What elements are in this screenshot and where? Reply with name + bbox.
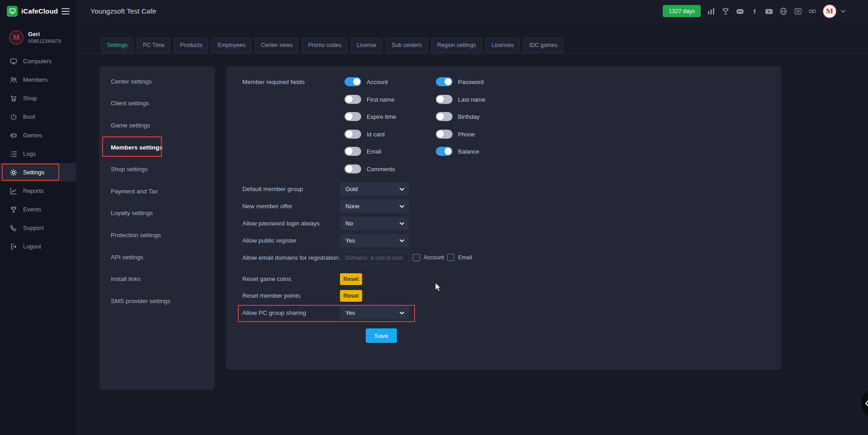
sidebar-item-logout[interactable]: Logout	[0, 237, 76, 256]
id-card-toggle[interactable]	[344, 130, 361, 139]
toggle-row-password: Password	[436, 77, 484, 86]
form-row-new-member-offer: New member offer None	[226, 200, 781, 213]
email-checkbox[interactable]	[447, 254, 454, 261]
form-row-default-member-group: Default member group Gold	[226, 182, 781, 196]
toggle-knob	[353, 78, 360, 85]
form-row-email-domains: Allow email domains for registration Acc…	[226, 251, 781, 265]
nav-item-sms-provider-settings[interactable]: SMS provider settings	[99, 290, 215, 312]
nav-item-install-links[interactable]: Install links	[99, 268, 215, 290]
default-member-group-select[interactable]: Gold	[340, 182, 409, 196]
new-member-offer-select[interactable]: None	[340, 200, 409, 213]
last-name-toggle[interactable]	[436, 95, 453, 104]
first-name-toggle[interactable]	[344, 95, 361, 104]
field-label: Default member group	[242, 186, 303, 192]
nav-item-client-settings[interactable]: Client settings	[99, 93, 215, 115]
toggle-label: Password	[458, 79, 484, 85]
topbar-right: 1327 days f M	[663, 4, 868, 19]
user-avatar[interactable]: M	[822, 4, 837, 19]
account-checkbox[interactable]	[413, 254, 420, 261]
sidebar-item-settings[interactable]: Settings	[0, 163, 76, 182]
tab-products[interactable]: Products	[174, 37, 208, 53]
sidebar-item-logs[interactable]: Logs	[0, 145, 76, 163]
field-label: Allow password login always	[242, 220, 320, 227]
youtube-icon[interactable]	[764, 7, 773, 15]
toggle-label: Expire time	[367, 113, 396, 120]
toggle-label: First name	[367, 96, 394, 103]
trophy-icon[interactable]	[721, 7, 730, 15]
members-icon	[10, 76, 17, 84]
sidebar-item-reports[interactable]: Reports	[0, 182, 76, 200]
tab-licenses[interactable]: Licenses	[486, 37, 519, 53]
balance-toggle[interactable]	[436, 147, 453, 156]
toggle-knob	[444, 78, 452, 85]
account-chevron-down-icon[interactable]	[841, 10, 845, 13]
sidebar-item-games[interactable]: Games	[0, 126, 76, 145]
menu-toggle-button[interactable]	[61, 8, 70, 14]
nav-item-loyalty-settings[interactable]: Loyalty settings	[99, 202, 215, 225]
goggles-icon[interactable]	[808, 7, 816, 15]
email-domains-input[interactable]	[340, 251, 409, 264]
tab-center-news[interactable]: Center news	[255, 37, 298, 53]
license-days-badge[interactable]: 1327 days	[663, 5, 701, 17]
allow-password-login-select[interactable]: No	[340, 217, 409, 230]
nav-item-protection-settings[interactable]: Protection settings	[99, 224, 215, 246]
sidebar-item-label: Events	[23, 206, 41, 213]
bar-chart-icon[interactable]	[707, 7, 715, 15]
sidebar-item-members[interactable]: Members	[0, 70, 76, 89]
nav-item-shop-settings[interactable]: Shop settings	[99, 158, 215, 180]
gear-icon	[10, 169, 17, 176]
form-row-allow-public-register: Allow public register Yes	[226, 234, 781, 248]
tab-promo-codes[interactable]: Promo codes	[302, 37, 347, 53]
tab-license[interactable]: License	[351, 37, 382, 53]
sidebar-item-events[interactable]: Events	[0, 200, 76, 219]
tab-employees[interactable]: Employees	[212, 37, 251, 53]
phone-toggle[interactable]	[436, 130, 453, 139]
nav-item-center-settings[interactable]: Center settings	[99, 70, 215, 93]
nav-item-payment-and-tax[interactable]: Payment and Tax	[99, 180, 215, 202]
sidebar-item-shop[interactable]: Shop	[0, 89, 76, 108]
member-required-fields-label: Member required fields	[242, 79, 305, 86]
sidebar-item-boot[interactable]: Boot	[0, 108, 76, 126]
trophy-icon	[10, 206, 17, 213]
discord-icon[interactable]	[736, 7, 744, 15]
password-toggle[interactable]	[436, 77, 453, 86]
checkbox-label: Account	[424, 254, 444, 261]
topbar: iCafeCloud Youngzsoft Test Cafe 1327 day…	[0, 0, 868, 22]
toggle-knob	[437, 96, 444, 103]
sidebar-menu: Computers Members Shop Boot Games Logs S…	[0, 52, 76, 256]
tab-sub-centers[interactable]: Sub centers	[386, 37, 428, 53]
tab-pc-time[interactable]: PC Time	[137, 37, 170, 53]
birthday-toggle[interactable]	[436, 112, 453, 121]
form-row-allow-password-login: Allow password login always No	[226, 217, 781, 230]
comments-toggle[interactable]	[344, 164, 361, 173]
main-content: Settings PC Time Products Employees Cent…	[76, 22, 868, 435]
toggle-row-phone: Phone	[436, 130, 475, 139]
facebook-icon[interactable]: f	[750, 7, 759, 15]
gamepad-icon	[10, 132, 17, 139]
tab-idc-games[interactable]: IDC games	[523, 37, 563, 53]
nav-item-game-settings[interactable]: Game settings	[99, 114, 215, 136]
globe-icon[interactable]	[779, 7, 788, 15]
toggle-knob	[345, 165, 353, 173]
allow-pc-group-sharing-select[interactable]: Yes	[340, 306, 409, 319]
nav-item-api-settings[interactable]: API settings	[99, 246, 215, 268]
email-toggle[interactable]	[344, 147, 361, 156]
news-icon[interactable]	[793, 7, 802, 15]
toggle-knob	[444, 148, 452, 155]
tab-settings[interactable]: Settings	[101, 37, 133, 53]
reset-game-coins-button[interactable]: Reset	[340, 273, 362, 285]
allow-public-register-select[interactable]: Yes	[340, 234, 409, 247]
reset-member-points-button[interactable]: Reset	[340, 290, 362, 302]
sidebar-avatar: M	[9, 30, 24, 45]
sidebar-item-label: Boot	[23, 113, 35, 120]
account-toggle[interactable]	[344, 77, 361, 86]
nav-item-members-settings[interactable]: Members settings	[99, 136, 215, 159]
tab-region-settings[interactable]: Region settings	[431, 37, 482, 53]
toggle-row-last-name: Last name	[436, 95, 486, 104]
sidebar-item-support[interactable]: Support	[0, 219, 76, 237]
save-button[interactable]: Save	[366, 328, 397, 343]
sidebar-user-block[interactable]: M Geri 008612345678	[9, 30, 61, 45]
logs-list-icon	[10, 150, 17, 158]
sidebar-item-computers[interactable]: Computers	[0, 52, 76, 70]
expire-time-toggle[interactable]	[344, 112, 361, 121]
